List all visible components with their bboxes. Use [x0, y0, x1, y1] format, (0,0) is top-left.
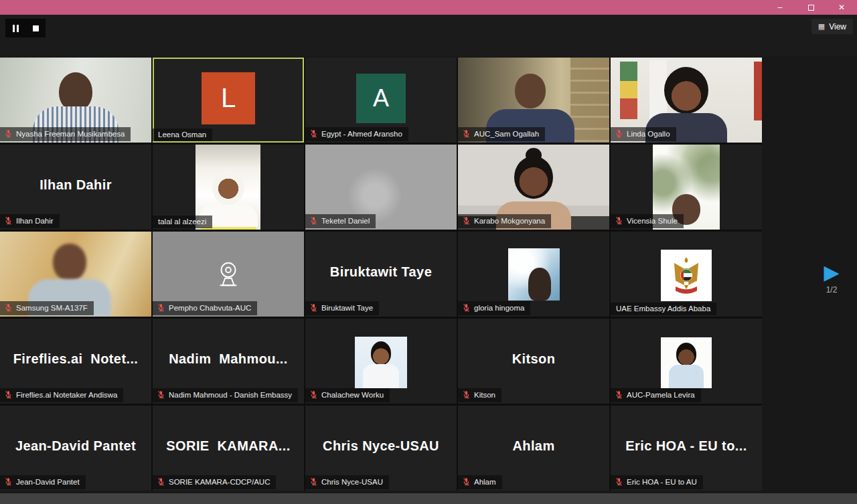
- uae-emblem-icon: [665, 254, 708, 297]
- view-button-label: View: [829, 22, 846, 31]
- participant-name: Fireflies.ai Notetaker Andiswa: [16, 391, 117, 399]
- participant-name: Samsung SM-A137F: [16, 304, 88, 312]
- participant-name: AUC-Pamela Levira: [627, 391, 695, 399]
- participant-nametag: Eric HOA - EU to AU: [611, 475, 703, 489]
- stop-icon: [33, 25, 39, 31]
- participant-nametag: gloria hingoma: [458, 301, 530, 315]
- participant-tile-vicensia[interactable]: Vicensia Shule: [611, 145, 762, 230]
- avatar-letter: L: [221, 83, 236, 113]
- participant-nametag: talal al alzeezi: [153, 216, 212, 228]
- participant-name: Vicensia Shule: [627, 217, 678, 225]
- muted-mic-icon: [4, 390, 13, 400]
- muted-mic-icon: [462, 216, 471, 226]
- participant-nametag: AUC-Pamela Levira: [611, 388, 701, 402]
- muted-mic-icon: [4, 303, 13, 313]
- muted-mic-icon: [157, 477, 165, 487]
- participant-tile-talal[interactable]: talal al alzeezi: [153, 145, 304, 230]
- webcam-icon: [213, 260, 244, 288]
- participant-nametag: UAE Embassy Addis Ababa: [611, 303, 716, 315]
- avatar-letter: A: [373, 84, 389, 112]
- participant-tile-ilhan[interactable]: Ilhan Dahir Ilhan Dahir: [0, 145, 151, 230]
- meeting-window: – ✕ ▦ View Nyasha Freeman Musikambesa L …: [0, 0, 857, 504]
- avatar: A: [356, 74, 406, 123]
- participant-name: Jean-David Pantet: [16, 478, 80, 486]
- participant-nametag: Nadim Mahmoud - Danish Embassy: [153, 388, 298, 402]
- participant-tile-teketel[interactable]: Teketel Daniel: [305, 145, 457, 230]
- stop-recording-button[interactable]: [25, 19, 46, 37]
- recording-controls: [5, 19, 46, 37]
- participant-grid: Nyasha Freeman Musikambesa L Leena Osman…: [0, 58, 762, 491]
- participant-name: Chalachew Worku: [321, 391, 384, 399]
- participant-tile-fireflies[interactable]: Fireflies.ai Notet... Fireflies.ai Notet…: [0, 319, 151, 404]
- muted-mic-icon: [4, 216, 13, 226]
- participant-tile-pempho[interactable]: Pempho Chabvuta-AUC: [153, 232, 304, 317]
- participant-name: UAE Embassy Addis Ababa: [616, 305, 710, 313]
- participant-name: Pempho Chabvuta-AUC: [169, 304, 251, 312]
- participant-nametag: Karabo Mokgonyana: [458, 214, 551, 228]
- muted-mic-icon: [4, 477, 13, 487]
- pause-recording-button[interactable]: [5, 19, 25, 37]
- muted-mic-icon: [157, 303, 165, 313]
- participant-tile-biruktawit[interactable]: Biruktawit Taye Biruktawit Taye: [305, 232, 457, 317]
- participant-tile-karabo[interactable]: Karabo Mokgonyana: [458, 145, 609, 230]
- muted-mic-icon: [615, 129, 623, 139]
- bottom-edge-strip: [0, 493, 857, 504]
- participant-tile-nadim[interactable]: Nadim Mahmou... Nadim Mahmoud - Danish E…: [153, 319, 304, 404]
- participant-nametag: Kitson: [458, 388, 501, 402]
- muted-mic-icon: [462, 303, 471, 313]
- participant-tile-ahmed[interactable]: A Egypt - Ahmed Aransho: [305, 58, 457, 143]
- participant-tile-sorie[interactable]: SORIE KAMARA... SORIE KAMARA-CDCP/AUC: [153, 406, 304, 491]
- participant-name: Teketel Daniel: [321, 217, 370, 225]
- close-button[interactable]: ✕: [826, 0, 857, 15]
- participant-nametag: Samsung SM-A137F: [0, 301, 94, 315]
- participant-tile-leena[interactable]: L Leena Osman: [153, 58, 304, 143]
- muted-mic-icon: [309, 303, 318, 313]
- participant-tile-nyasha[interactable]: Nyasha Freeman Musikambesa: [0, 58, 151, 143]
- participant-tile-eric[interactable]: Eric HOA - EU to... Eric HOA - EU to AU: [611, 406, 762, 491]
- minimize-icon: –: [778, 3, 783, 11]
- muted-mic-icon: [462, 390, 471, 400]
- participant-tile-jeandavid[interactable]: Jean-David Pantet Jean-David Pantet: [0, 406, 151, 491]
- muted-mic-icon: [615, 477, 623, 487]
- participant-tile-uae-embassy[interactable]: UAE Embassy Addis Ababa: [611, 232, 762, 317]
- participant-nametag: Pempho Chabvuta-AUC: [153, 301, 257, 315]
- participant-nametag: Nyasha Freeman Musikambesa: [0, 127, 131, 141]
- meeting-toolbar: ▦ View: [0, 15, 857, 56]
- participant-nametag: Chris Nyce-USAU: [305, 475, 389, 489]
- minimize-button[interactable]: –: [765, 0, 795, 15]
- participant-tile-linda[interactable]: Linda Ogallo: [611, 58, 762, 143]
- participant-tile-pamela[interactable]: AUC-Pamela Levira: [611, 319, 762, 404]
- view-button[interactable]: ▦ View: [811, 19, 853, 34]
- participant-name: Nyasha Freeman Musikambesa: [16, 130, 125, 138]
- participant-nametag: Egypt - Ahmed Aransho: [305, 127, 408, 141]
- participant-nametag: Linda Ogallo: [611, 127, 676, 141]
- participant-tile-chalachew[interactable]: Chalachew Worku: [305, 319, 457, 404]
- muted-mic-icon: [309, 477, 318, 487]
- participant-tile-kitson[interactable]: Kitson Kitson: [458, 319, 609, 404]
- participant-nametag: AUC_Sam Ogallah: [458, 127, 545, 141]
- participant-name: AUC_Sam Ogallah: [474, 130, 539, 138]
- participant-name: Egypt - Ahmed Aransho: [321, 130, 402, 138]
- maximize-button[interactable]: [795, 0, 826, 15]
- next-page-arrow[interactable]: ▶: [811, 262, 852, 282]
- participant-tile-gloria[interactable]: gloria hingoma: [458, 232, 609, 317]
- participant-name: talal al alzeezi: [158, 218, 206, 226]
- participant-tile-chris[interactable]: Chris Nyce-USAU Chris Nyce-USAU: [305, 406, 457, 491]
- participant-name: SORIE KAMARA-CDCP/AUC: [169, 478, 270, 486]
- participant-nametag: Fireflies.ai Notetaker Andiswa: [0, 388, 123, 402]
- participant-tile-samsung[interactable]: Samsung SM-A137F: [0, 232, 151, 317]
- participant-tile-ahlam[interactable]: Ahlam Ahlam: [458, 406, 609, 491]
- muted-mic-icon: [157, 390, 165, 400]
- participant-name: Biruktawit Taye: [321, 304, 373, 312]
- muted-mic-icon: [309, 216, 318, 226]
- participant-nametag: SORIE KAMARA-CDCP/AUC: [153, 475, 276, 489]
- participant-nametag: Teketel Daniel: [305, 214, 376, 228]
- participant-name: Nadim Mahmoud - Danish Embassy: [169, 391, 292, 399]
- participant-nametag: Vicensia Shule: [611, 214, 684, 228]
- participant-tile-sam[interactable]: AUC_Sam Ogallah: [458, 58, 609, 143]
- muted-mic-icon: [615, 390, 623, 400]
- close-icon: ✕: [838, 3, 845, 11]
- participant-nametag: Ilhan Dahir: [0, 214, 60, 228]
- participant-name: Eric HOA - EU to AU: [627, 478, 697, 486]
- muted-mic-icon: [462, 477, 471, 487]
